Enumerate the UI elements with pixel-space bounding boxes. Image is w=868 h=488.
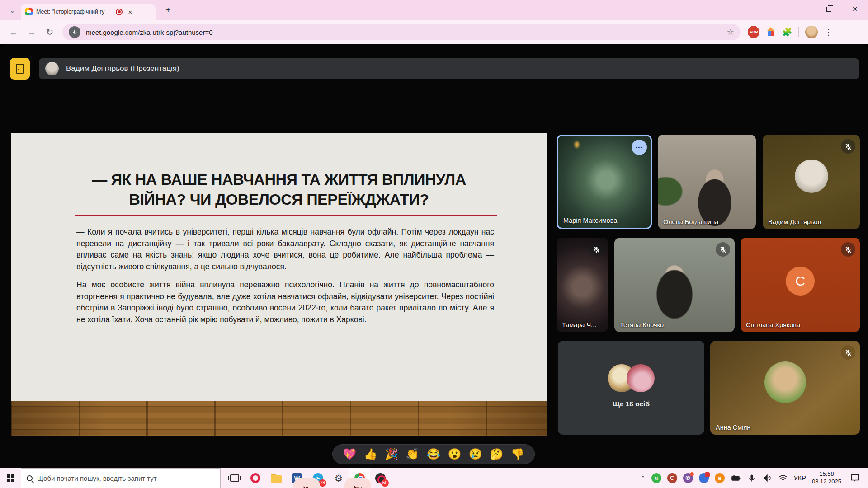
participant-initial: C (786, 267, 815, 296)
messenger-tray-icon[interactable] (699, 473, 709, 483)
adblock-extension-icon[interactable]: ABP (748, 26, 760, 38)
search-placeholder: Щоби почати пошук, введіть запит тут (37, 474, 157, 482)
toolbar-divider (798, 27, 799, 37)
more-participants-label: Ще 16 осіб (558, 400, 704, 408)
participant-name: Світлана Хрякова (746, 321, 800, 328)
start-button[interactable] (0, 468, 21, 488)
participant-tile-svitlana[interactable]: C Світлана Хрякова (741, 238, 860, 332)
home-extension-icon[interactable] (766, 27, 776, 37)
ccleaner-tray-icon[interactable]: C (667, 473, 677, 483)
forward-icon[interactable]: → (23, 27, 41, 38)
presenter-avatar (45, 62, 59, 75)
window-restore-button[interactable] (816, 0, 842, 18)
reaction-thinking[interactable]: 🤔 (490, 449, 503, 460)
reaction-thumbs-down[interactable]: 👎 (511, 449, 524, 460)
taskbar-app-operagx[interactable]: 50 (370, 468, 391, 488)
browser-toolbar: ← → ↻ meet.google.com/zka-utrk-spj?authu… (0, 20, 868, 44)
participant-tile-maria[interactable]: ••• Марія Максимова (557, 135, 652, 229)
participant-name: Анна Сміян (716, 424, 750, 431)
microphone-tray-icon[interactable] (747, 474, 756, 483)
browser-tab-strip: ⌄ Meet: "Історіографічний гу × + × (0, 0, 868, 20)
address-bar[interactable]: meet.google.com/zka-utrk-spj?authuser=0 … (62, 24, 741, 40)
reaction-laugh[interactable]: 😂 (427, 449, 440, 460)
door-extension-icon[interactable] (10, 58, 30, 80)
window-minimize-button[interactable] (789, 0, 816, 18)
reload-icon[interactable]: ↻ (41, 27, 59, 38)
reaction-heart[interactable]: 💖 (343, 449, 356, 460)
slide-paragraph: На моє особисте життя війна вплинула пер… (76, 279, 494, 325)
tile-options-icon[interactable]: ••• (632, 140, 647, 155)
system-tray: ⌃ u C ✆ a УКР 15:58 03.12.2025 (641, 468, 868, 488)
participant-avatar (764, 361, 806, 403)
participant-tile-olena[interactable]: Олена Богдашина (658, 135, 756, 229)
tab-close-button[interactable]: × (126, 8, 134, 16)
meet-favicon-icon (25, 8, 33, 15)
camera-toggle-button[interactable] (344, 478, 371, 488)
taskbar-app-file-explorer[interactable] (266, 468, 287, 488)
slide-paragraph: — Коли я почала вчитись в університеті, … (76, 226, 494, 272)
participant-name: Тетяна Клочко (620, 321, 664, 328)
presenter-name: Вадим Дегтярьов (Презентація) (66, 64, 179, 73)
meet-main-area: Вадим Дегтярьов (Презентація) — ЯК НА ВА… (0, 44, 868, 468)
mic-off-icon (589, 242, 604, 257)
presentation-slide[interactable]: — ЯК НА ВАШЕ НАВЧАННЯ ТА ЖИТТЯ ВПЛИНУЛА … (11, 133, 547, 436)
tab-search-chevron-icon[interactable]: ⌄ (6, 5, 18, 16)
participant-name: Олена Богдашина (663, 218, 718, 225)
presenter-banner: Вадим Дегтярьов (Презентація) (39, 58, 859, 79)
mic-off-icon (716, 242, 730, 257)
participant-tile-tetiana[interactable]: Тетяна Клочко (614, 238, 735, 332)
participant-tile-vadym[interactable]: Вадим Дегтярьов (763, 135, 860, 229)
browser-menu-icon[interactable]: ⋮ (824, 27, 832, 37)
window-close-button[interactable]: × (842, 0, 868, 18)
tab-recording-indicator-icon (116, 9, 123, 15)
mic-off-icon (841, 139, 855, 154)
back-icon[interactable]: ← (5, 27, 23, 38)
reaction-cry[interactable]: 😢 (469, 449, 482, 460)
new-tab-button[interactable]: + (165, 6, 171, 14)
taskbar-app-opera[interactable] (245, 468, 266, 488)
site-mic-permission-icon[interactable] (69, 26, 80, 38)
extensions-puzzle-icon[interactable]: 🧩 (782, 27, 792, 37)
participant-name: Марія Максимова (563, 217, 617, 224)
mic-toggle-button[interactable] (293, 478, 320, 488)
avast-tray-icon[interactable]: a (715, 473, 725, 483)
reactions-bar: 💖 👍 🎉 👏 😂 😮 😢 🤔 👎 (332, 444, 535, 464)
operagx-badge: 50 (381, 479, 389, 487)
participant-tile-anna[interactable]: Анна Сміян (710, 341, 860, 435)
taskbar-search-box[interactable]: Щоби почати пошук, введіть запит тут (21, 468, 221, 488)
participant-name: Вадим Дегтярьов (768, 218, 821, 225)
url-text[interactable]: meet.google.com/zka-utrk-spj?authuser=0 (86, 28, 213, 36)
mic-off-icon (841, 242, 855, 257)
volume-icon[interactable] (762, 473, 772, 483)
viber-tray-icon[interactable]: ✆ (683, 473, 693, 483)
profile-avatar[interactable] (805, 26, 818, 38)
tray-expand-chevron[interactable]: ⌃ (641, 475, 646, 482)
reaction-clap[interactable]: 👏 (406, 449, 420, 460)
more-participants-tile[interactable]: Ще 16 осіб (558, 341, 704, 435)
participant-avatar (795, 160, 828, 193)
participant-name: Тамара Ч... (562, 321, 596, 328)
battery-icon[interactable] (731, 473, 741, 483)
bookmark-star-icon[interactable]: ☆ (727, 27, 734, 37)
participant-avatars (608, 364, 655, 392)
task-view-button[interactable] (224, 468, 245, 488)
windows-taskbar: Щоби почати пошук, введіть запит тут W ➤… (0, 468, 868, 488)
windows-logo-icon (7, 474, 14, 482)
participant-tile-tamara[interactable]: Тамара Ч... (557, 238, 608, 332)
action-center-icon[interactable] (850, 473, 860, 483)
wifi-icon[interactable] (778, 473, 788, 483)
tab-title: Meet: "Історіографічний гу (36, 9, 114, 15)
taskbar-clock[interactable]: 15:58 03.12.2025 (812, 470, 841, 486)
slide-body: — Коли я почала вчитись в університеті, … (76, 226, 494, 325)
reaction-party[interactable]: 🎉 (385, 449, 398, 460)
mic-off-icon (841, 345, 855, 360)
search-icon (27, 475, 33, 481)
browser-tab[interactable]: Meet: "Історіографічний гу × (21, 4, 156, 20)
utorrent-tray-icon[interactable]: u (651, 473, 661, 483)
slide-title-underline (75, 215, 497, 216)
clock-date: 03.12.2025 (812, 478, 841, 485)
reaction-surprised[interactable]: 😮 (448, 449, 461, 460)
reaction-thumbs-up[interactable]: 👍 (364, 449, 377, 460)
language-indicator[interactable]: УКР (794, 474, 806, 482)
clock-time: 15:58 (819, 470, 834, 477)
